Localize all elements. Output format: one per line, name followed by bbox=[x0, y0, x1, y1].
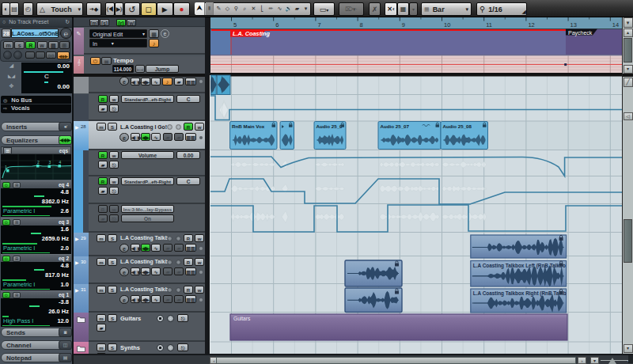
svg-text:L.A. Coasting: L.A. Coasting bbox=[233, 30, 271, 37]
svg-text:Guitars: Guitars bbox=[233, 316, 251, 321]
svg-text:Audio 25_0: Audio 25_0 bbox=[316, 123, 343, 129]
svg-text:12: 12 bbox=[528, 21, 534, 28]
svg-text:Audio 25_08: Audio 25_08 bbox=[443, 123, 472, 129]
svg-text:13: 13 bbox=[570, 21, 577, 28]
svg-text:3: 3 bbox=[49, 160, 51, 165]
svg-text:14: 14 bbox=[612, 21, 619, 28]
svg-text:RnB Main Vox: RnB Main Vox bbox=[232, 123, 265, 129]
svg-text:9: 9 bbox=[402, 21, 405, 28]
svg-text:7: 7 bbox=[317, 21, 320, 28]
svg-text:6: 6 bbox=[275, 21, 279, 28]
svg-text:8: 8 bbox=[360, 21, 363, 28]
svg-text:10: 10 bbox=[444, 21, 450, 28]
svg-text:11: 11 bbox=[486, 21, 492, 28]
svg-text:1: 1 bbox=[5, 165, 7, 169]
svg-text:Paycheck: Paycheck bbox=[568, 30, 593, 36]
svg-text:Audio 25_07: Audio 25_07 bbox=[381, 123, 410, 129]
svg-text:5: 5 bbox=[233, 21, 237, 28]
svg-text:4: 4 bbox=[59, 160, 62, 165]
svg-text:L.A Coasting Talkbox Left (RnB: L.A Coasting Talkbox Left (RnB Talkbo bbox=[473, 263, 566, 269]
svg-text:2: 2 bbox=[37, 160, 40, 165]
